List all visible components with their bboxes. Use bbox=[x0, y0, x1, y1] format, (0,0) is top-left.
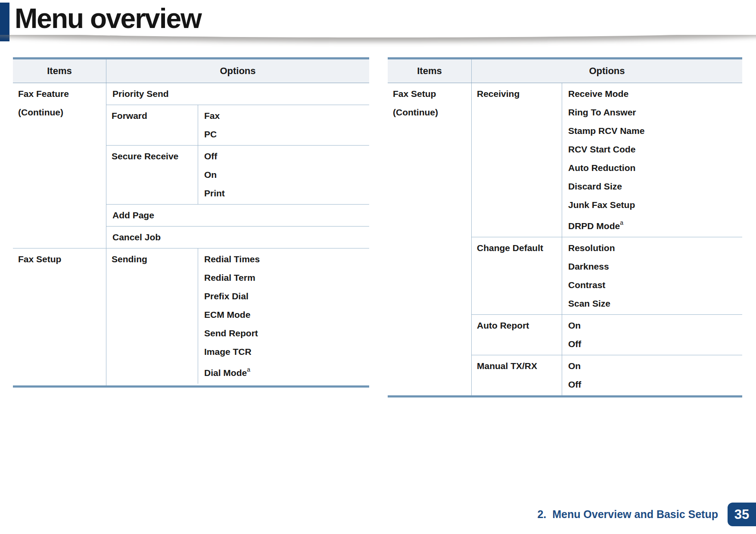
option-value: Auto Reduction bbox=[568, 163, 736, 173]
option-value: Prefix Dial bbox=[204, 292, 363, 301]
table-row-fax-setup: Fax Setup Sending Redial Times Redial Te… bbox=[13, 248, 369, 385]
option-value: Cancel Job bbox=[112, 233, 363, 242]
item-label-continue: (Continue) bbox=[393, 108, 466, 117]
option-value: Dial Mode bbox=[204, 368, 247, 378]
options-cell: Receiving Receive Mode Ring To Answer St… bbox=[472, 83, 742, 395]
option-value: Resolution bbox=[568, 243, 736, 253]
sub-values-cell: Receive Mode Ring To Answer Stamp RCV Na… bbox=[562, 83, 742, 237]
table-row-fax-feature: Fax Feature (Continue) Priority Send For… bbox=[13, 83, 369, 248]
option-value: Off bbox=[204, 152, 363, 161]
menu-table-right: Items Options Fax Setup (Continue) Recei… bbox=[388, 57, 742, 397]
sub-item-cell: Secure Receive bbox=[106, 146, 198, 204]
sub-item-label: Receiving bbox=[477, 89, 557, 99]
option-row-sending: Sending Redial Times Redial Term Prefix … bbox=[106, 248, 369, 384]
footnote-marker: a bbox=[247, 366, 250, 373]
option-value: Receive Mode bbox=[568, 89, 736, 99]
sub-values-cell: Resolution Darkness Contrast Scan Size bbox=[562, 237, 742, 314]
column-header-options: Options bbox=[106, 59, 369, 83]
option-value: Print bbox=[204, 189, 363, 198]
option-value: Discard Size bbox=[568, 182, 736, 191]
option-row-add-page: Add Page bbox=[106, 205, 369, 227]
option-value: Priority Send bbox=[112, 89, 363, 99]
option-value: Add Page bbox=[112, 211, 363, 220]
option-row-priority-send: Priority Send bbox=[106, 83, 369, 105]
sub-item-label: Change Default bbox=[477, 243, 557, 253]
table-header: Items Options bbox=[388, 59, 742, 83]
option-row-secure-receive: Secure Receive Off On Print bbox=[106, 146, 369, 205]
option-value: On bbox=[204, 170, 363, 180]
sub-item-cell: Sending bbox=[106, 248, 198, 384]
option-value: Darkness bbox=[568, 262, 736, 271]
option-row-manual-txrx: Manual TX/RX On Off bbox=[472, 355, 742, 395]
sub-item-cell: Change Default bbox=[472, 237, 562, 314]
sub-item-label: Forward bbox=[112, 111, 193, 121]
option-value: Scan Size bbox=[568, 299, 736, 308]
option-value: On bbox=[568, 321, 736, 330]
page-footer: 2. Menu Overview and Basic Setup 35 bbox=[537, 503, 756, 526]
option-value: PC bbox=[204, 130, 363, 139]
sub-values-cell: On Off bbox=[562, 315, 742, 355]
option-value-with-footnote: DRPD Modea bbox=[568, 219, 736, 231]
item-cell: Fax Feature (Continue) bbox=[13, 83, 106, 248]
item-cell: Fax Setup (Continue) bbox=[388, 83, 472, 395]
option-value: Stamp RCV Name bbox=[568, 126, 736, 136]
sub-item-label: Manual TX/RX bbox=[477, 361, 557, 371]
sub-values-cell: Fax PC bbox=[198, 105, 369, 145]
sub-item-label: Auto Report bbox=[477, 321, 557, 330]
sub-item-label: Sending bbox=[112, 255, 193, 264]
menu-table-left: Items Options Fax Feature (Continue) Pri… bbox=[13, 57, 369, 388]
sub-values-cell: Redial Times Redial Term Prefix Dial ECM… bbox=[198, 248, 369, 384]
sub-values-cell: On Off bbox=[562, 355, 742, 395]
option-value: ECM Mode bbox=[204, 310, 363, 320]
option-value: On bbox=[568, 361, 736, 371]
option-value: Junk Fax Setup bbox=[568, 200, 736, 210]
options-cell: Priority Send Forward Fax PC Secure Rece… bbox=[106, 83, 369, 248]
column-header-items: Items bbox=[388, 59, 472, 83]
page-title: Menu overview bbox=[0, 0, 756, 33]
option-value-with-footnote: Dial Modea bbox=[204, 366, 363, 378]
item-label: Fax Feature bbox=[18, 89, 101, 99]
options-cell: Sending Redial Times Redial Term Prefix … bbox=[106, 248, 369, 385]
option-value: RCV Start Code bbox=[568, 145, 736, 154]
column-header-options: Options bbox=[472, 59, 742, 83]
tables-area: Items Options Fax Feature (Continue) Pri… bbox=[0, 57, 756, 397]
item-label: Fax Setup bbox=[393, 89, 466, 99]
table-header: Items Options bbox=[13, 59, 369, 83]
option-value: Off bbox=[568, 380, 736, 389]
item-label-continue: (Continue) bbox=[18, 108, 101, 117]
sub-item-cell: Forward bbox=[106, 105, 198, 145]
option-row-auto-report: Auto Report On Off bbox=[472, 315, 742, 355]
option-row-forward: Forward Fax PC bbox=[106, 105, 369, 146]
option-value: Ring To Answer bbox=[568, 108, 736, 117]
item-cell: Fax Setup bbox=[13, 248, 106, 385]
chapter-title: 2. Menu Overview and Basic Setup bbox=[537, 508, 718, 521]
option-value: Off bbox=[568, 339, 736, 349]
option-value: Send Report bbox=[204, 329, 363, 338]
column-header-items: Items bbox=[13, 59, 106, 83]
item-label: Fax Setup bbox=[18, 255, 101, 264]
option-value: DRPD Mode bbox=[568, 221, 620, 231]
option-value: Redial Term bbox=[204, 273, 363, 283]
table-row-fax-setup-continue: Fax Setup (Continue) Receiving Receive M… bbox=[388, 83, 742, 395]
option-value: Contrast bbox=[568, 280, 736, 290]
footnote-marker: a bbox=[620, 219, 623, 226]
option-row-cancel-job: Cancel Job bbox=[106, 227, 369, 248]
sub-item-cell: Auto Report bbox=[472, 315, 562, 355]
page-number-badge: 35 bbox=[728, 503, 756, 526]
option-row-receiving: Receiving Receive Mode Ring To Answer St… bbox=[472, 83, 742, 237]
sub-item-cell: Receiving bbox=[472, 83, 562, 237]
sub-values-cell: Off On Print bbox=[198, 146, 369, 204]
option-value: Image TCR bbox=[204, 347, 363, 357]
sub-item-label: Secure Receive bbox=[112, 152, 193, 161]
title-shadow-divider bbox=[0, 35, 756, 48]
option-row-change-default: Change Default Resolution Darkness Contr… bbox=[472, 237, 742, 315]
option-value: Redial Times bbox=[204, 255, 363, 264]
option-value: Fax bbox=[204, 111, 363, 121]
sub-item-cell: Manual TX/RX bbox=[472, 355, 562, 395]
